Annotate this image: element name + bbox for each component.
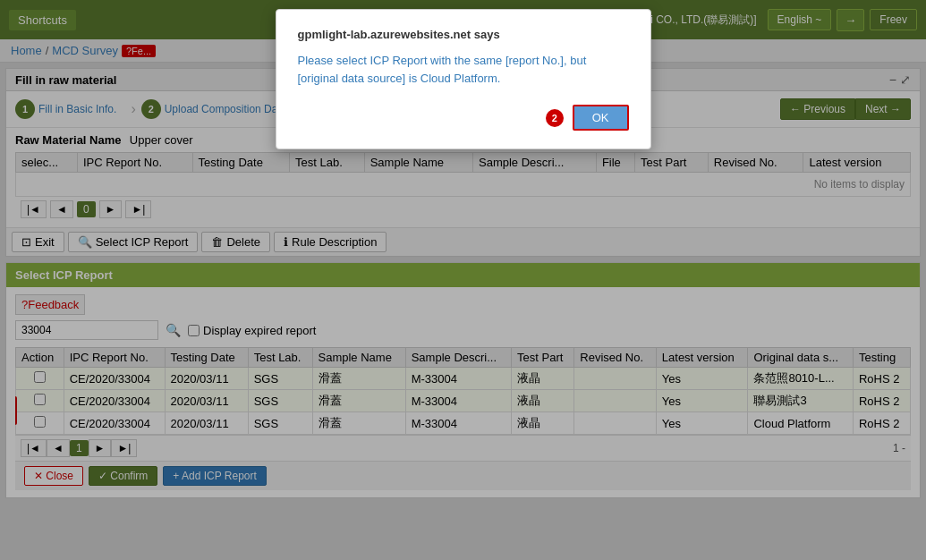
dialog-box: gpmlight-lab.azurewebsites.net says Plea… — [276, 9, 651, 149]
dialog-title: gpmlight-lab.azurewebsites.net says — [298, 28, 629, 41]
dialog-footer: 2 OK — [298, 105, 629, 131]
dialog-badge: 2 — [546, 109, 564, 127]
dialog-message: Please select ICP Report with the same [… — [298, 52, 629, 87]
dialog-overlay: gpmlight-lab.azurewebsites.net says Plea… — [0, 0, 926, 560]
dialog-ok-button[interactable]: OK — [573, 105, 629, 131]
